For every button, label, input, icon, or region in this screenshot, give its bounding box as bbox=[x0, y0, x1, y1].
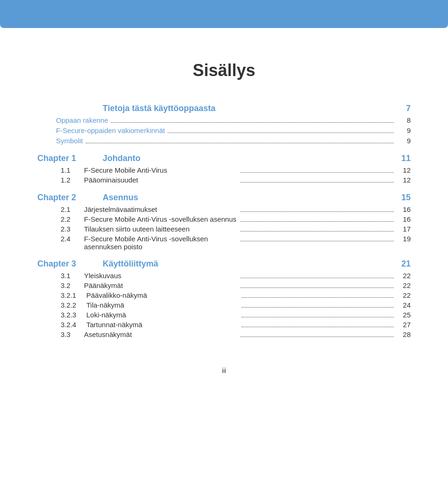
section-num-3-3: 3.3 bbox=[61, 330, 84, 338]
toc-section-3-2: 3.2 Päänäkymät 22 bbox=[37, 281, 411, 290]
section-page-2-2: 16 bbox=[397, 215, 411, 223]
toc-section-1-2: 1.2 Pääominaisuudet 12 bbox=[37, 176, 411, 184]
toc-section-3-3: 3.3 Asetusnäkymät 28 bbox=[37, 330, 411, 339]
toc-container: Tietoja tästä käyttöoppaasta 7 Oppaan ra… bbox=[37, 104, 411, 339]
section-title-3-1: Yleiskuvaus bbox=[84, 272, 238, 280]
section-num-3-1: 3.1 bbox=[61, 272, 84, 280]
subsection-title-3-2-2: Tila-näkymä bbox=[86, 301, 239, 309]
toc-subsection-3-2-4: 3.2.4 Tartunnat-näkymä 27 bbox=[37, 321, 411, 329]
toc-subsection-3-2-2: 3.2.2 Tila-näkymä 24 bbox=[37, 301, 411, 309]
entry-page-symbolit: 9 bbox=[397, 137, 411, 145]
subsection-dots-3-2-4 bbox=[242, 327, 394, 327]
entry-dots-symbolit bbox=[86, 143, 394, 143]
subsection-dots-3-2-2 bbox=[242, 307, 394, 308]
section-num-2-2: 2.2 bbox=[61, 215, 84, 223]
entry-dots-oppaan bbox=[111, 122, 394, 123]
section-dots-3-1 bbox=[240, 278, 394, 278]
subsection-num-3-2-2: 3.2.2 bbox=[61, 301, 86, 309]
chapter-label-2: Chapter 2 bbox=[37, 193, 93, 203]
chapter-title-2: Asennus bbox=[93, 193, 392, 203]
section-num-2-3: 2.3 bbox=[61, 225, 84, 233]
chapter-title-tietoja: Tietoja tästä käyttöoppaasta bbox=[93, 104, 392, 113]
section-dots-1-2 bbox=[240, 182, 394, 182]
toc-entry-fsecure-vakio: F-Secure-oppaiden vakiomerkinnät 9 bbox=[37, 126, 411, 135]
subsection-page-3-2-2: 24 bbox=[397, 301, 411, 309]
subsection-num-3-2-3: 3.2.3 bbox=[61, 311, 86, 319]
section-dots-1-1 bbox=[240, 172, 394, 173]
subsection-page-3-2-1: 22 bbox=[397, 291, 411, 299]
section-page-2-1: 16 bbox=[397, 205, 411, 213]
toc-section-2-2: 2.2 F-Secure Mobile Anti-Virus -sovelluk… bbox=[37, 215, 411, 224]
footer-page-number: iii bbox=[222, 367, 226, 374]
toc-section-2-3: 2.3 Tilauksen siirto uuteen laitteeseen … bbox=[37, 225, 411, 233]
entry-page-fsecure-vakio: 9 bbox=[397, 126, 411, 134]
subsection-page-3-2-3: 25 bbox=[397, 311, 411, 319]
section-page-3-2: 22 bbox=[397, 281, 411, 289]
page-footer: iii bbox=[37, 367, 411, 374]
entry-title-fsecure-vakio: F-Secure-oppaiden vakiomerkinnät bbox=[37, 126, 165, 134]
chapter-page-tietoja: 7 bbox=[392, 104, 411, 113]
toc-entry-oppaan: Oppaan rakenne 8 bbox=[37, 116, 411, 125]
page-title: Sisällys bbox=[37, 61, 411, 80]
chapter-page-1: 11 bbox=[392, 154, 411, 163]
toc-chapter-3: Chapter 3 Käyttöliittymä 21 bbox=[37, 259, 411, 269]
toc-subsection-3-2-3: 3.2.3 Loki-näkymä 25 bbox=[37, 311, 411, 319]
toc-subsection-3-2-1: 3.2.1 Päävalikko-näkymä 22 bbox=[37, 291, 411, 300]
entry-page-oppaan: 8 bbox=[397, 116, 411, 124]
section-num-2-4: 2.4 bbox=[61, 235, 84, 243]
section-dots-2-1 bbox=[240, 211, 394, 212]
section-title-3-2: Päänäkymät bbox=[84, 281, 238, 289]
chapter-label-3: Chapter 3 bbox=[37, 259, 93, 269]
section-dots-2-3 bbox=[240, 231, 394, 231]
toc-entry-symbolit: Symbolit 9 bbox=[37, 137, 411, 145]
section-page-1-2: 12 bbox=[397, 176, 411, 184]
section-title-2-2: F-Secure Mobile Anti-Virus -sovelluksen … bbox=[84, 215, 238, 223]
chapter-label-1: Chapter 1 bbox=[37, 154, 93, 163]
subsection-title-3-2-3: Loki-näkymä bbox=[86, 311, 239, 319]
section-page-3-3: 28 bbox=[397, 330, 411, 338]
toc-chapter-1: Chapter 1 Johdanto 11 bbox=[37, 154, 411, 163]
toc-section-2-1: 2.1 Järjestelmävaatimukset 16 bbox=[37, 205, 411, 214]
section-num-2-1: 2.1 bbox=[61, 205, 84, 213]
subsection-dots-3-2-3 bbox=[242, 317, 394, 317]
section-num-1-1: 1.1 bbox=[61, 166, 84, 174]
entry-dots-fsecure-vakio bbox=[168, 133, 394, 133]
section-page-3-1: 22 bbox=[397, 272, 411, 280]
section-dots-2-4 bbox=[240, 241, 394, 241]
chapter-page-3: 21 bbox=[392, 259, 411, 269]
section-page-2-4: 19 bbox=[397, 235, 411, 243]
subsection-num-3-2-4: 3.2.4 bbox=[61, 321, 86, 329]
subsection-title-3-2-1: Päävalikko-näkymä bbox=[86, 291, 239, 299]
toc-section-2-4: 2.4 F-Secure Mobile Anti-Virus -sovelluk… bbox=[37, 235, 411, 251]
top-bar bbox=[0, 0, 448, 28]
section-title-2-3: Tilauksen siirto uuteen laitteeseen bbox=[84, 225, 238, 233]
entry-title-oppaan: Oppaan rakenne bbox=[37, 116, 108, 124]
toc-chapter-2: Chapter 2 Asennus 15 bbox=[37, 193, 411, 203]
section-dots-3-3 bbox=[240, 337, 394, 337]
subsection-page-3-2-4: 27 bbox=[397, 321, 411, 329]
section-dots-3-2 bbox=[240, 288, 394, 288]
subsection-dots-3-2-1 bbox=[242, 297, 394, 298]
subsection-title-3-2-4: Tartunnat-näkymä bbox=[86, 321, 239, 329]
toc-chapter-tietoja: Tietoja tästä käyttöoppaasta 7 bbox=[37, 104, 411, 113]
section-title-2-4: F-Secure Mobile Anti-Virus -sovelluksen … bbox=[84, 235, 238, 251]
section-page-2-3: 17 bbox=[397, 225, 411, 233]
page-content: Sisällys Tietoja tästä käyttöoppaasta 7 … bbox=[0, 28, 448, 402]
subsection-num-3-2-1: 3.2.1 bbox=[61, 291, 86, 299]
toc-section-3-1: 3.1 Yleiskuvaus 22 bbox=[37, 272, 411, 280]
chapter-page-2: 15 bbox=[392, 193, 411, 203]
section-num-3-2: 3.2 bbox=[61, 281, 84, 289]
chapter-title-3: Käyttöliittymä bbox=[93, 259, 392, 269]
section-title-2-1: Järjestelmävaatimukset bbox=[84, 205, 238, 213]
section-title-1-1: F-Secure Mobile Anti-Virus bbox=[84, 166, 238, 174]
section-num-1-2: 1.2 bbox=[61, 176, 84, 184]
section-title-3-3: Asetusnäkymät bbox=[84, 330, 238, 338]
section-dots-2-2 bbox=[240, 221, 394, 222]
toc-section-1-1: 1.1 F-Secure Mobile Anti-Virus 12 bbox=[37, 166, 411, 175]
chapter-title-1: Johdanto bbox=[93, 154, 392, 163]
section-page-1-1: 12 bbox=[397, 166, 411, 174]
section-title-1-2: Pääominaisuudet bbox=[84, 176, 238, 184]
entry-title-symbolit: Symbolit bbox=[37, 137, 83, 145]
